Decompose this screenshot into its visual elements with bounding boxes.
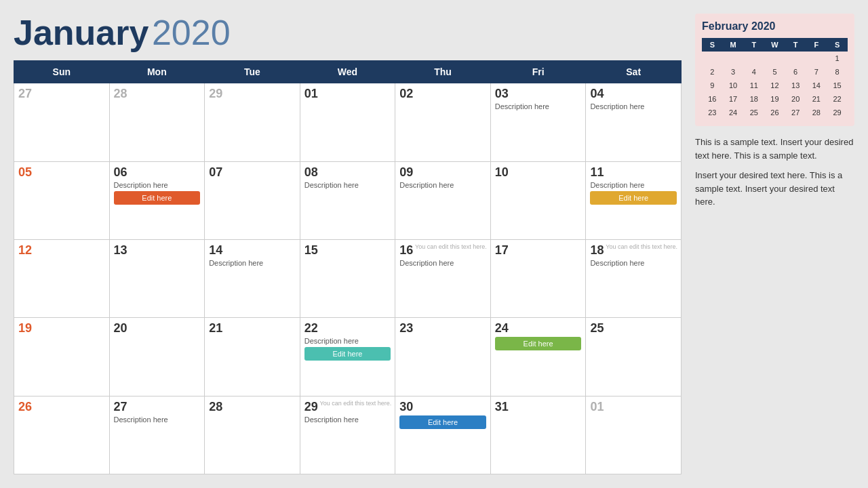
edit-button[interactable]: Edit here [399, 415, 486, 429]
mini-day [723, 52, 744, 65]
month-label: January [14, 13, 149, 52]
calendar-day-2-3: 15 [300, 239, 395, 317]
day-description: Description here [114, 181, 201, 189]
mini-day: 2 [702, 65, 723, 79]
day-description: Description here [399, 259, 486, 267]
day-number: 31 [495, 400, 582, 414]
day-number: 24 [495, 321, 582, 336]
mini-week-2: 9101112131415 [702, 79, 848, 92]
day-description: Description here [590, 181, 677, 189]
mini-calendar-body: 1234567891011121314151617181920212223242… [702, 52, 848, 119]
day-number: 27 [18, 87, 105, 101]
calendar-week-3: 19202122Description hereEdit here2324Edi… [14, 318, 682, 396]
day-description: Description here [590, 259, 677, 267]
mini-week-0: 1 [702, 52, 848, 65]
edit-button[interactable]: Edit here [114, 191, 201, 205]
day-number: 22 [304, 321, 391, 336]
mini-week-4: 23242526272829 [702, 106, 848, 119]
edit-button[interactable]: Edit here [495, 337, 582, 350]
weekday-mon: Mon [109, 61, 205, 83]
mini-day: 3 [723, 65, 744, 79]
mini-day: 1 [827, 52, 848, 65]
mini-day [743, 52, 764, 65]
calendar-day-4-4: 30Edit here [395, 396, 491, 474]
mini-week-3: 16171819202122 [702, 92, 848, 106]
mini-day: 4 [743, 65, 764, 79]
weekday-sat: Sat [586, 61, 682, 83]
day-description: Description here [495, 102, 582, 110]
day-description: Description here [399, 181, 486, 189]
day-number: 17 [495, 243, 582, 258]
day-number: 05 [18, 165, 105, 180]
calendar-day-0-6: 04Description here [586, 83, 682, 161]
calendar-day-2-4: You can edit this text here.16Descriptio… [395, 239, 491, 317]
calendar-day-0-5: 03Description here [490, 83, 586, 161]
calendar-day-4-2: 28 [205, 396, 300, 474]
weekday-header-row: SunMonTueWedThuFriSat [14, 61, 682, 83]
mini-calendar-table: SMTWTFS 12345678910111213141516171819202… [702, 38, 848, 119]
calendar-day-1-1: 06Description hereEdit here [109, 161, 205, 239]
calendar-day-0-3: 01 [300, 83, 395, 161]
calendar-day-1-4: 09Description here [395, 161, 491, 239]
calendar-day-3-1: 20 [109, 318, 205, 396]
calendar-week-4: 2627Description here28You can edit this … [14, 396, 682, 474]
weekday-wed: Wed [300, 61, 395, 83]
calendar-day-1-2: 07 [205, 161, 300, 239]
calendar-day-4-1: 27Description here [109, 396, 205, 474]
calendar-day-4-0: 26 [14, 396, 110, 474]
sidebar-text-2: Insert your desired text here. This is a… [695, 169, 854, 209]
calendar-day-0-2: 29 [205, 83, 300, 161]
day-number: 01 [304, 87, 391, 101]
day-number: 25 [590, 321, 677, 336]
mini-day: 18 [743, 92, 764, 106]
weekday-thu: Thu [395, 61, 491, 83]
mini-day: 6 [785, 65, 806, 79]
day-number: 15 [304, 243, 391, 258]
mini-day: 21 [806, 92, 827, 106]
day-number: 23 [399, 321, 486, 336]
main-section: January 2020 SunMonTueWedThuFriSat 27282… [14, 14, 682, 474]
day-number: 28 [209, 400, 296, 414]
day-number: 08 [304, 165, 391, 180]
calendar-day-2-2: 14Description here [205, 239, 300, 317]
calendar-day-3-2: 21 [205, 318, 300, 396]
day-number: 27 [114, 400, 201, 414]
mini-weekday: W [764, 38, 785, 52]
day-number: 04 [590, 87, 677, 101]
edit-button[interactable]: Edit here [304, 347, 391, 361]
mini-day [806, 52, 827, 65]
edit-button[interactable]: Edit here [590, 191, 677, 205]
day-number: 13 [114, 243, 201, 258]
mini-day [764, 52, 785, 65]
mini-weekday: M [723, 38, 744, 52]
day-note: You can edit this text here. [606, 243, 677, 251]
mini-day: 17 [723, 92, 744, 106]
day-description: Description here [304, 181, 391, 189]
mini-day: 23 [702, 106, 723, 119]
calendar-day-3-4: 23 [395, 318, 491, 396]
mini-weekday: T [743, 38, 764, 52]
day-number: 01 [590, 400, 677, 414]
mini-day: 15 [827, 79, 848, 92]
calendar-day-2-0: 12 [14, 239, 110, 317]
day-description: Description here [209, 259, 296, 267]
mini-weekday-header: SMTWTFS [702, 38, 848, 52]
day-number: 11 [590, 165, 677, 180]
mini-week-1: 2345678 [702, 65, 848, 79]
day-number: 19 [18, 321, 105, 336]
sidebar-text-block: This is a sample text. Insert your desir… [695, 136, 854, 216]
day-number: 03 [495, 87, 582, 101]
mini-day: 10 [723, 79, 744, 92]
calendar-day-1-0: 05 [14, 161, 110, 239]
calendar-day-2-1: 13 [109, 239, 205, 317]
sidebar-text-1: This is a sample text. Insert your desir… [695, 136, 854, 162]
day-number: 10 [495, 165, 582, 180]
calendar-day-1-6: 11Description hereEdit here [586, 161, 682, 239]
day-number: 06 [114, 165, 201, 180]
main-title: January 2020 [14, 14, 682, 52]
day-number: 30 [399, 400, 486, 414]
mini-day: 16 [702, 92, 723, 106]
day-description: Description here [590, 102, 677, 110]
calendar-day-3-6: 25 [586, 318, 682, 396]
mini-day: 11 [743, 79, 764, 92]
